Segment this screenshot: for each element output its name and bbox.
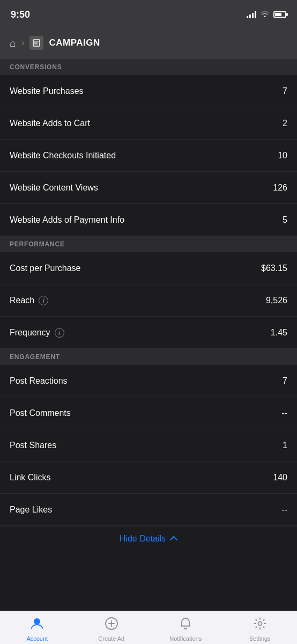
- account-icon: [30, 617, 44, 634]
- performance-section-header: PERFORMANCE: [0, 236, 297, 252]
- post-reactions-row: Post Reactions 7: [0, 365, 297, 397]
- battery-icon: [273, 11, 286, 18]
- website-purchases-value: 7: [283, 86, 287, 96]
- frequency-value: 1.45: [271, 328, 287, 338]
- frequency-label: Frequency i: [10, 328, 64, 338]
- post-reactions-value: 7: [283, 376, 287, 386]
- website-content-views-value: 126: [273, 183, 287, 193]
- nav-item-notifications[interactable]: Notifications: [148, 617, 223, 642]
- website-payment-info-row: Website Adds of Payment Info 5: [0, 204, 297, 236]
- post-shares-label: Post Shares: [10, 441, 56, 450]
- website-content-views-row: Website Content Views 126: [0, 172, 297, 204]
- website-adds-to-cart-value: 2: [283, 119, 287, 128]
- create-ad-icon: [105, 617, 118, 634]
- post-comments-row: Post Comments --: [0, 397, 297, 429]
- page-title: CAMPAIGN: [49, 38, 100, 48]
- link-clicks-row: Link Clicks 140: [0, 462, 297, 494]
- frequency-row: Frequency i 1.45: [0, 317, 297, 349]
- cost-per-purchase-row: Cost per Purchase $63.15: [0, 252, 297, 284]
- website-checkouts-row: Website Checkouts Initiated 10: [0, 140, 297, 172]
- notifications-nav-label: Notifications: [169, 635, 202, 642]
- hide-details-label: Hide Details: [120, 534, 166, 544]
- account-nav-label: Account: [26, 635, 48, 642]
- page-likes-value: --: [281, 505, 287, 515]
- website-content-views-label: Website Content Views: [10, 183, 98, 193]
- website-checkouts-value: 10: [278, 151, 287, 160]
- post-shares-value: 1: [283, 441, 287, 450]
- website-payment-info-label: Website Adds of Payment Info: [10, 215, 124, 225]
- hide-details-chevron-icon: [170, 535, 177, 543]
- reach-row: Reach i 9,526: [0, 284, 297, 317]
- website-payment-info-value: 5: [283, 215, 287, 225]
- settings-icon: [253, 617, 267, 634]
- nav-item-account[interactable]: Account: [0, 617, 75, 642]
- nav-item-create-ad[interactable]: Create Ad: [75, 617, 149, 642]
- website-adds-to-cart-row: Website Adds to Cart 2: [0, 107, 297, 140]
- frequency-info-icon[interactable]: i: [55, 328, 64, 338]
- website-adds-to-cart-label: Website Adds to Cart: [10, 119, 90, 128]
- link-clicks-value: 140: [273, 473, 287, 482]
- post-comments-label: Post Comments: [10, 408, 71, 418]
- post-reactions-label: Post Reactions: [10, 376, 68, 386]
- post-comments-value: --: [281, 408, 287, 418]
- cost-per-purchase-value: $63.15: [261, 264, 287, 273]
- content-area: CONVERSIONS Website Purchases 7 Website …: [0, 59, 297, 616]
- wifi-icon: [261, 10, 269, 19]
- home-icon[interactable]: ⌂: [10, 37, 16, 49]
- reach-label: Reach i: [10, 296, 48, 305]
- reach-value: 9,526: [266, 296, 287, 305]
- website-purchases-row: Website Purchases 7: [0, 75, 297, 107]
- post-shares-row: Post Shares 1: [0, 429, 297, 462]
- create-ad-nav-label: Create Ad: [98, 635, 124, 642]
- status-bar: 9:50: [0, 0, 297, 27]
- engagement-section-header: ENGAGEMENT: [0, 349, 297, 365]
- breadcrumb-chevron: ›: [21, 38, 24, 48]
- link-clicks-label: Link Clicks: [10, 473, 50, 482]
- status-icons: [247, 10, 286, 19]
- bottom-nav: Account Create Ad Notifications Settings: [0, 611, 297, 644]
- page-likes-label: Page Likes: [10, 505, 52, 515]
- notifications-icon: [179, 617, 192, 634]
- reach-info-icon[interactable]: i: [39, 296, 48, 305]
- header: ⌂ › CAMPAIGN: [0, 27, 297, 59]
- svg-point-1: [34, 619, 40, 624]
- cost-per-purchase-label: Cost per Purchase: [10, 264, 81, 273]
- settings-nav-label: Settings: [249, 635, 271, 642]
- conversions-section-header: CONVERSIONS: [0, 59, 297, 75]
- nav-item-settings[interactable]: Settings: [223, 617, 298, 642]
- website-checkouts-label: Website Checkouts Initiated: [10, 151, 116, 160]
- hide-details-bar[interactable]: Hide Details: [0, 526, 297, 551]
- page-likes-row: Page Likes --: [0, 494, 297, 526]
- status-time: 9:50: [11, 9, 30, 20]
- website-purchases-label: Website Purchases: [10, 86, 84, 96]
- campaign-icon: [29, 36, 43, 50]
- svg-point-3: [258, 622, 262, 626]
- signal-icon: [247, 11, 256, 18]
